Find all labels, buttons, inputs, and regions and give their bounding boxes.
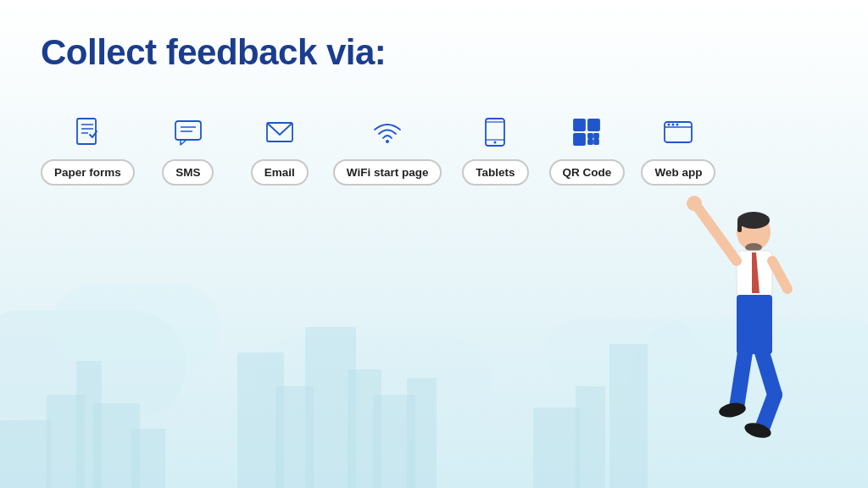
qr-icon <box>570 114 603 151</box>
svg-point-10 <box>494 141 497 144</box>
svg-rect-18 <box>576 136 582 142</box>
svg-point-26 <box>672 124 675 126</box>
svg-point-27 <box>676 124 679 126</box>
wifi-icon <box>371 114 403 151</box>
svg-line-40 <box>762 395 775 429</box>
web-app-icon <box>662 114 694 151</box>
paper-forms-icon <box>71 114 103 151</box>
channel-sms: SMS <box>150 114 226 186</box>
channel-qr-code: QR Code <box>548 114 625 186</box>
sms-icon <box>172 114 204 151</box>
wifi-label: WiFi start page <box>333 159 442 186</box>
email-icon <box>264 114 296 151</box>
tablets-label: Tablets <box>462 159 528 186</box>
svg-point-25 <box>668 124 670 126</box>
svg-point-29 <box>737 212 770 229</box>
channel-wifi: WiFi start page <box>333 114 442 186</box>
svg-rect-22 <box>594 140 598 144</box>
svg-rect-37 <box>737 295 772 354</box>
page-title: Collect feedback via: <box>41 32 827 73</box>
person-illustration <box>631 183 817 471</box>
channel-web-app: Web app <box>640 114 716 186</box>
svg-point-8 <box>386 140 389 143</box>
svg-line-34 <box>698 208 737 261</box>
svg-rect-4 <box>175 121 201 140</box>
svg-rect-21 <box>588 140 593 144</box>
channel-paper-forms: Paper forms <box>41 114 135 186</box>
tablet-icon <box>479 114 511 151</box>
svg-rect-30 <box>737 220 742 232</box>
svg-rect-0 <box>77 119 96 144</box>
svg-line-35 <box>772 261 787 289</box>
channels-row: Paper forms SMS Email <box>41 114 827 186</box>
channel-tablets: Tablets <box>457 114 533 186</box>
qr-code-label: QR Code <box>549 159 626 186</box>
sms-label: SMS <box>162 159 214 186</box>
web-app-label: Web app <box>641 159 715 186</box>
svg-line-38 <box>737 352 745 408</box>
main-content: Collect feedback via: Paper forms <box>0 0 868 186</box>
svg-rect-19 <box>588 134 593 138</box>
paper-forms-label: Paper forms <box>41 159 135 186</box>
svg-rect-16 <box>591 122 597 128</box>
svg-point-36 <box>687 196 702 211</box>
channel-email: Email <box>242 114 318 186</box>
email-label: Email <box>251 159 309 186</box>
svg-rect-14 <box>576 122 582 128</box>
svg-rect-20 <box>594 134 598 138</box>
